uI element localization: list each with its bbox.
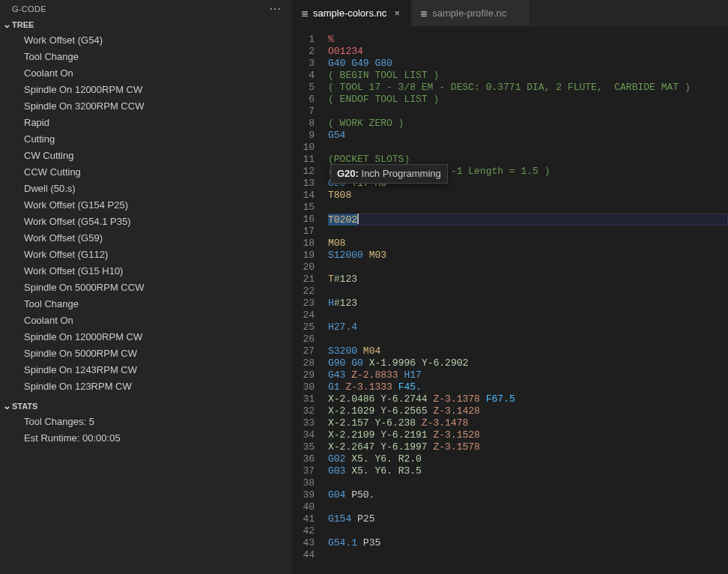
code-line[interactable]: ( ENDOF TOOL LIST ) bbox=[328, 94, 728, 106]
tree-item[interactable]: Work Offset (G15 H10) bbox=[0, 263, 292, 280]
code-line[interactable] bbox=[328, 202, 728, 214]
code-line[interactable]: G04 P50. bbox=[328, 489, 728, 501]
stats-item[interactable]: Est Runtime: 00:00:05 bbox=[0, 430, 292, 447]
file-icon: ≣ bbox=[301, 8, 309, 19]
tree-item[interactable]: Rapid bbox=[0, 115, 292, 131]
close-icon[interactable]: × bbox=[391, 7, 403, 19]
tree-item[interactable]: Tool Change bbox=[0, 296, 292, 312]
tree-item[interactable]: Work Offset (G154 P25) bbox=[0, 197, 292, 214]
tree-item[interactable]: Spindle On 5000RPM CCW bbox=[0, 280, 292, 296]
code-line[interactable]: G54 bbox=[328, 130, 728, 142]
tree-item[interactable]: Coolant On bbox=[0, 312, 292, 329]
code-line[interactable]: O01234 bbox=[328, 46, 728, 58]
stats-section-header[interactable]: ⌄ STATS bbox=[0, 398, 292, 414]
code-line[interactable]: H27.4 bbox=[328, 321, 728, 333]
code-line[interactable]: X-2.0486 Y-6.2744 Z-3.1378 F67.5 bbox=[328, 393, 728, 405]
hover-desc: Inch Programming bbox=[362, 168, 441, 179]
tree-item[interactable]: Work Offset (G112) bbox=[0, 247, 292, 263]
stats-item[interactable]: Tool Changes: 5 bbox=[0, 414, 292, 430]
tab-label: sample-profile.nc bbox=[432, 7, 506, 19]
code-line[interactable]: G1 Z-3.1333 F45. bbox=[328, 381, 728, 393]
code-editor[interactable]: 1234567891011121314151617181920212223242… bbox=[292, 26, 728, 574]
code-line[interactable] bbox=[328, 477, 728, 489]
code-line[interactable] bbox=[328, 549, 728, 561]
code-line[interactable]: G02 X5. Y6. R2.0 bbox=[328, 453, 728, 465]
tree-item[interactable]: Spindle On 12000RPM CW bbox=[0, 329, 292, 345]
tab[interactable]: ≣sample-profile.nc× bbox=[411, 0, 531, 26]
code-line[interactable]: ( WORK ZERO ) bbox=[328, 118, 728, 130]
tab-bar: ≣sample-colors.nc×≣sample-profile.nc× bbox=[292, 0, 728, 26]
file-icon: ≣ bbox=[420, 8, 428, 19]
sidebar-title-row: G-CODE ··· bbox=[0, 0, 292, 16]
tree-item[interactable]: Work Offset (G59) bbox=[0, 230, 292, 247]
editor-area: ≣sample-colors.nc×≣sample-profile.nc× 12… bbox=[292, 0, 728, 574]
code-line[interactable]: G40 G49 G80 bbox=[328, 58, 728, 70]
code-line[interactable]: T0202 bbox=[328, 214, 728, 226]
more-actions-icon[interactable]: ··· bbox=[270, 5, 282, 13]
tree-item[interactable]: CCW Cutting bbox=[0, 164, 292, 181]
tree-section-label: TREE bbox=[12, 20, 34, 29]
code-line[interactable]: G43 Z-2.8833 H17 bbox=[328, 369, 728, 381]
code-line[interactable] bbox=[328, 226, 728, 238]
tree-section-header[interactable]: ⌄ TREE bbox=[0, 16, 292, 32]
tree-item[interactable]: Spindle On 1243RPM CW bbox=[0, 362, 292, 378]
tree-item[interactable]: CW Cutting bbox=[0, 148, 292, 164]
code-line[interactable]: T#123 bbox=[328, 274, 728, 286]
code-line[interactable] bbox=[328, 286, 728, 297]
tree-item[interactable]: Spindle On 12000RPM CW bbox=[0, 82, 292, 98]
tree-item[interactable]: Work Offset (G54) bbox=[0, 32, 292, 49]
code-line[interactable]: T808 bbox=[328, 190, 728, 202]
code-lines[interactable]: G20: Inch Programming %O01234G40 G49 G80… bbox=[328, 34, 728, 574]
tree-item[interactable]: Work Offset (G54.1 P35) bbox=[0, 214, 292, 230]
stats-items: Tool Changes: 5Est Runtime: 00:00:05 bbox=[0, 414, 292, 450]
code-line[interactable] bbox=[328, 333, 728, 345]
tree-item[interactable]: Dwell (50.s) bbox=[0, 181, 292, 197]
code-line[interactable]: X-2.157 Y-6.238 Z-3.1478 bbox=[328, 417, 728, 429]
code-line[interactable] bbox=[328, 525, 728, 537]
tree-item[interactable]: Spindle On 123RPM CW bbox=[0, 378, 292, 395]
code-line[interactable] bbox=[328, 106, 728, 118]
code-line[interactable]: ( TOOL 17 - 3/8 EM - DESC: 0.3771 DIA, 2… bbox=[328, 82, 728, 94]
code-line[interactable] bbox=[328, 262, 728, 274]
sidebar-title: G-CODE bbox=[12, 4, 46, 13]
tree-items: Work Offset (G54)Tool ChangeCoolant OnSp… bbox=[0, 32, 292, 398]
code-line[interactable]: G03 X5. Y6. R3.5 bbox=[328, 465, 728, 477]
text-cursor bbox=[357, 214, 359, 224]
code-line[interactable]: S12000 M03 bbox=[328, 250, 728, 262]
code-line[interactable]: X-2.1029 Y-6.2565 Z-3.1428 bbox=[328, 405, 728, 417]
code-line[interactable]: M08 bbox=[328, 238, 728, 250]
tree-item[interactable]: Coolant On bbox=[0, 65, 292, 82]
code-line[interactable]: % bbox=[328, 34, 728, 46]
code-line[interactable]: S3200 M04 bbox=[328, 345, 728, 357]
tree-item[interactable]: Spindle On 3200RPM CCW bbox=[0, 98, 292, 115]
code-line[interactable] bbox=[328, 309, 728, 321]
tab-label: sample-colors.nc bbox=[313, 7, 386, 19]
chevron-down-icon: ⌄ bbox=[1, 19, 12, 30]
code-line[interactable]: ( BEGIN TOOL LIST ) bbox=[328, 70, 728, 82]
tree-item[interactable]: Tool Change bbox=[0, 49, 292, 65]
code-line[interactable] bbox=[328, 142, 728, 154]
code-line[interactable]: G54.1 P35 bbox=[328, 537, 728, 549]
code-line[interactable]: H#123 bbox=[328, 297, 728, 309]
hover-tooltip: G20: Inch Programming bbox=[330, 164, 448, 184]
stats-section-label: STATS bbox=[12, 402, 37, 411]
tree-item[interactable]: Cutting bbox=[0, 131, 292, 148]
code-line[interactable]: X-2.2647 Y-6.1997 Z-3.1578 bbox=[328, 441, 728, 453]
code-line[interactable]: X-2.2109 Y-6.2191 Z-3.1528 bbox=[328, 429, 728, 441]
code-line[interactable]: G90 G0 X-1.9996 Y-6.2902 bbox=[328, 357, 728, 369]
chevron-down-icon: ⌄ bbox=[1, 400, 12, 411]
line-number-gutter: 1234567891011121314151617181920212223242… bbox=[292, 34, 328, 574]
code-line[interactable]: G154 P25 bbox=[328, 513, 728, 525]
hover-keyword: G20: bbox=[337, 168, 359, 179]
tab-active[interactable]: ≣sample-colors.nc× bbox=[292, 0, 411, 26]
tree-item[interactable]: Spindle On 5000RPM CW bbox=[0, 345, 292, 362]
code-line[interactable] bbox=[328, 501, 728, 513]
sidebar: G-CODE ··· ⌄ TREE Work Offset (G54)Tool … bbox=[0, 0, 292, 574]
